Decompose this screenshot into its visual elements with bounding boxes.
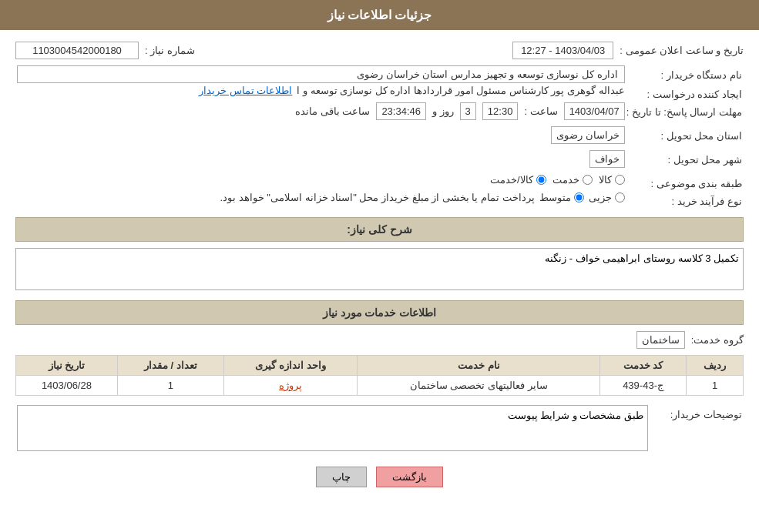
saat-mande-val: 23:34:46 [376, 102, 426, 120]
tabaqe-kala-text: کالا [599, 174, 612, 186]
tabaqe-khadamat-text: خدمت [552, 174, 579, 186]
cell-tarikh: 1403/06/28 [16, 376, 118, 396]
ostan-label: استان محل تحویل : [626, 126, 742, 149]
gorohe-label: گروه خدمت: [691, 334, 744, 346]
col-name: نام خدمت [358, 356, 599, 376]
ferayand-jozi-radio[interactable] [615, 192, 625, 202]
ferayand-row: جزیی متوسط پرداخت تمام یا بخشی از مبلغ خ… [17, 192, 625, 203]
page-header: جزئیات اطلاعات نیاز [0, 0, 759, 30]
cell-kod: ج-43-439 [599, 376, 686, 396]
ejad-row: عبداله گوهری پور کارشناس مسئول امور قرار… [17, 85, 625, 96]
ferayand-motovaset-label[interactable]: متوسط [539, 192, 584, 203]
mohlat-row: 1403/04/07 ساعت : 12:30 3 روز و 23:34:46… [17, 102, 625, 120]
page-title: جزئیات اطلاعات نیاز [327, 8, 432, 22]
tabaqe-kala-label[interactable]: کالا [599, 174, 625, 186]
ostan-row: خراسان رضوی [17, 126, 625, 144]
shahr-val: خواف [589, 150, 625, 168]
nam-label: نام دستگاه خریدار : [626, 65, 742, 83]
cell-radif: 1 [687, 376, 744, 396]
shahr-label: شهر محل تحویل : [626, 150, 742, 172]
tabaqe-kala-radio[interactable] [615, 175, 625, 185]
ejad-link[interactable]: اطلاعات تماس خریدار [199, 85, 292, 96]
tabaqe-khadamat-label[interactable]: خدمت [552, 174, 593, 186]
tarikh-value: 1403/04/03 - 12:27 [512, 42, 613, 59]
nam-value: اداره کل نوسازی توسعه و تجهیز مدارس استا… [17, 65, 625, 83]
ferayand-label: نوع فرآیند خرید : [626, 192, 742, 208]
shomara-part: شماره نیاز : 1103004542000180 [15, 42, 195, 59]
saat-label: ساعت : [524, 105, 557, 117]
shomara-label: شماره نیاز : [145, 45, 195, 56]
col-kod: کد خدمت [599, 356, 686, 376]
vahad-link[interactable]: پروژه [279, 380, 302, 391]
ferayand-motovaset-radio[interactable] [574, 192, 584, 202]
saat-val: 12:30 [482, 102, 519, 120]
sharh-section: شرح کلی نیاز: [15, 217, 744, 293]
tawzih-section: توضیحات خریدار: [15, 403, 744, 455]
shomara-value: 1103004542000180 [15, 42, 139, 59]
date-val: 1403/04/07 [564, 102, 625, 120]
shahr-row: خواف [17, 150, 625, 168]
roz-label: روز و [432, 105, 454, 117]
col-radif: ردیف [687, 356, 744, 376]
ferayand-jozi-label[interactable]: جزیی [589, 192, 625, 203]
cell-tedad: 1 [117, 376, 223, 396]
services-table: ردیف کد خدمت نام خدمت واحد اندازه گیری ت… [15, 355, 744, 396]
sharh-header: شرح کلی نیاز: [15, 217, 744, 242]
col-vahad: واحد اندازه گیری [223, 356, 358, 376]
gorohe-val: ساختمان [636, 331, 685, 349]
shomara-tarikh-row: تاریخ و ساعت اعلان عمومی : 1403/04/03 - … [15, 42, 744, 59]
ferayand-desc: پرداخت تمام یا بخشی از مبلغ خریداز محل "… [220, 192, 535, 203]
bottom-buttons: بازگشت چاپ [15, 467, 744, 487]
gorohe-row: گروه خدمت: ساختمان [15, 331, 744, 349]
bazgasht-button[interactable]: بازگشت [376, 467, 443, 487]
tarikh-part: تاریخ و ساعت اعلان عمومی : 1403/04/03 - … [512, 42, 744, 59]
nam-row: نام دستگاه خریدار : اداره کل نوسازی توسع… [15, 64, 744, 209]
cell-vahad: پروژه [223, 376, 358, 396]
tabaqe-label: طبقه بندی موضوعی : [626, 174, 742, 190]
tabaqe-kala-khadamat-radio[interactable] [536, 175, 546, 185]
tawzih-label: توضیحات خریدار: [650, 405, 742, 453]
sharh-textarea[interactable] [15, 248, 744, 290]
tabaqe-kala-khadamat-label[interactable]: کالا/خدمت [490, 174, 546, 186]
page-wrapper: جزئیات اطلاعات نیاز تاریخ و ساعت اعلان ع… [0, 0, 759, 532]
ejad-value: عبداله گوهری پور کارشناس مسئول امور قرار… [297, 85, 624, 96]
ferayand-motovaset-text: متوسط [539, 192, 571, 203]
ostan-val: خراسان رضوی [551, 126, 625, 144]
tabaqe-row: کالا خدمت کالا/خدمت [17, 174, 625, 186]
tabaqe-kala-khadamat-text: کالا/خدمت [490, 174, 533, 186]
saat-mande-label: ساعت باقی مانده [295, 105, 370, 117]
baqimande-val: 3 [460, 102, 476, 120]
mohlat-label: مهلت ارسال پاسخ: تا تاریخ : [626, 102, 742, 125]
tabaqe-khadamat-radio[interactable] [583, 175, 593, 185]
cell-name: سایر فعالیتهای تخصصی ساختمان [358, 376, 599, 396]
tawzih-textarea[interactable] [17, 405, 648, 451]
main-content: تاریخ و ساعت اعلان عمومی : 1403/04/03 - … [0, 30, 759, 510]
chap-button[interactable]: چاپ [316, 467, 367, 487]
tarikh-label: تاریخ و ساعت اعلان عمومی : [620, 45, 744, 56]
table-row: 1 ج-43-439 سایر فعالیتهای تخصصی ساختمان … [16, 376, 744, 396]
col-tedad: تعداد / مقدار [117, 356, 223, 376]
ferayand-jozi-text: جزیی [589, 192, 612, 203]
col-tarikh: تاریخ نیاز [16, 356, 118, 376]
services-header: اطلاعات خدمات مورد نیاز [15, 300, 744, 325]
ejad-label: ایجاد کننده درخواست : [626, 85, 742, 101]
